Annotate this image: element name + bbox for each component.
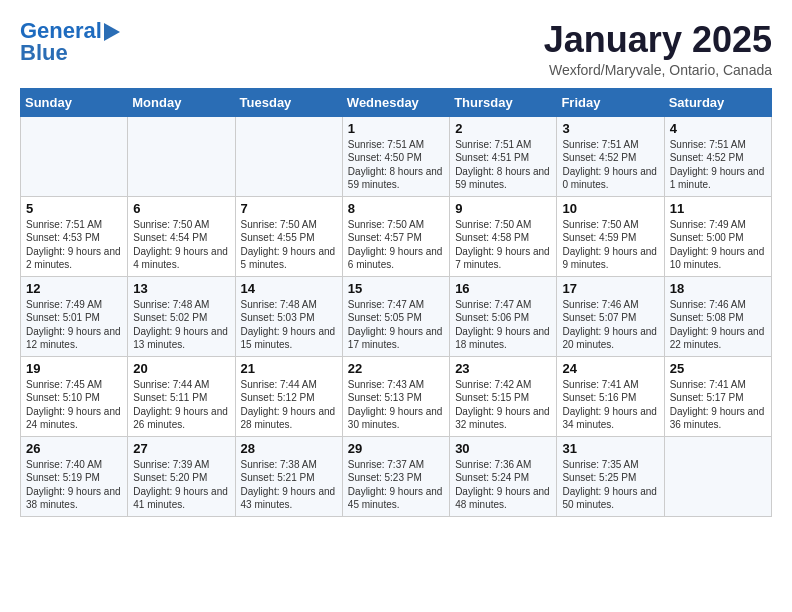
calendar-cell — [128, 116, 235, 196]
day-info: Sunrise: 7:50 AM Sunset: 4:57 PM Dayligh… — [348, 218, 444, 272]
calendar-week-row: 12Sunrise: 7:49 AM Sunset: 5:01 PM Dayli… — [21, 276, 772, 356]
day-number: 21 — [241, 361, 337, 376]
day-info: Sunrise: 7:46 AM Sunset: 5:07 PM Dayligh… — [562, 298, 658, 352]
calendar-cell: 22Sunrise: 7:43 AM Sunset: 5:13 PM Dayli… — [342, 356, 449, 436]
day-number: 26 — [26, 441, 122, 456]
day-number: 5 — [26, 201, 122, 216]
day-number: 4 — [670, 121, 766, 136]
calendar-cell: 27Sunrise: 7:39 AM Sunset: 5:20 PM Dayli… — [128, 436, 235, 516]
calendar-cell: 17Sunrise: 7:46 AM Sunset: 5:07 PM Dayli… — [557, 276, 664, 356]
month-title: January 2025 — [544, 20, 772, 60]
day-info: Sunrise: 7:51 AM Sunset: 4:50 PM Dayligh… — [348, 138, 444, 192]
day-info: Sunrise: 7:48 AM Sunset: 5:03 PM Dayligh… — [241, 298, 337, 352]
calendar-cell: 25Sunrise: 7:41 AM Sunset: 5:17 PM Dayli… — [664, 356, 771, 436]
day-number: 22 — [348, 361, 444, 376]
day-number: 10 — [562, 201, 658, 216]
calendar-cell: 3Sunrise: 7:51 AM Sunset: 4:52 PM Daylig… — [557, 116, 664, 196]
calendar-cell: 26Sunrise: 7:40 AM Sunset: 5:19 PM Dayli… — [21, 436, 128, 516]
calendar-cell: 4Sunrise: 7:51 AM Sunset: 4:52 PM Daylig… — [664, 116, 771, 196]
day-header-wednesday: Wednesday — [342, 88, 449, 116]
day-info: Sunrise: 7:50 AM Sunset: 4:55 PM Dayligh… — [241, 218, 337, 272]
calendar-cell: 2Sunrise: 7:51 AM Sunset: 4:51 PM Daylig… — [450, 116, 557, 196]
day-number: 27 — [133, 441, 229, 456]
day-info: Sunrise: 7:37 AM Sunset: 5:23 PM Dayligh… — [348, 458, 444, 512]
calendar-cell: 18Sunrise: 7:46 AM Sunset: 5:08 PM Dayli… — [664, 276, 771, 356]
day-number: 19 — [26, 361, 122, 376]
day-number: 7 — [241, 201, 337, 216]
day-number: 8 — [348, 201, 444, 216]
day-number: 6 — [133, 201, 229, 216]
logo: General Blue — [20, 20, 120, 66]
calendar-cell: 20Sunrise: 7:44 AM Sunset: 5:11 PM Dayli… — [128, 356, 235, 436]
day-number: 30 — [455, 441, 551, 456]
calendar-cell: 9Sunrise: 7:50 AM Sunset: 4:58 PM Daylig… — [450, 196, 557, 276]
day-number: 11 — [670, 201, 766, 216]
day-info: Sunrise: 7:35 AM Sunset: 5:25 PM Dayligh… — [562, 458, 658, 512]
day-info: Sunrise: 7:44 AM Sunset: 5:12 PM Dayligh… — [241, 378, 337, 432]
day-number: 17 — [562, 281, 658, 296]
day-number: 3 — [562, 121, 658, 136]
day-header-sunday: Sunday — [21, 88, 128, 116]
logo-text: General — [20, 20, 102, 42]
calendar-cell — [21, 116, 128, 196]
calendar-week-row: 26Sunrise: 7:40 AM Sunset: 5:19 PM Dayli… — [21, 436, 772, 516]
calendar-cell: 29Sunrise: 7:37 AM Sunset: 5:23 PM Dayli… — [342, 436, 449, 516]
calendar-cell: 21Sunrise: 7:44 AM Sunset: 5:12 PM Dayli… — [235, 356, 342, 436]
day-number: 24 — [562, 361, 658, 376]
day-info: Sunrise: 7:48 AM Sunset: 5:02 PM Dayligh… — [133, 298, 229, 352]
day-number: 25 — [670, 361, 766, 376]
day-info: Sunrise: 7:51 AM Sunset: 4:53 PM Dayligh… — [26, 218, 122, 272]
day-number: 9 — [455, 201, 551, 216]
day-info: Sunrise: 7:39 AM Sunset: 5:20 PM Dayligh… — [133, 458, 229, 512]
calendar-cell: 8Sunrise: 7:50 AM Sunset: 4:57 PM Daylig… — [342, 196, 449, 276]
day-number: 2 — [455, 121, 551, 136]
calendar-header-row: SundayMondayTuesdayWednesdayThursdayFrid… — [21, 88, 772, 116]
day-header-tuesday: Tuesday — [235, 88, 342, 116]
title-area: January 2025 Wexford/Maryvale, Ontario, … — [544, 20, 772, 78]
calendar-cell: 24Sunrise: 7:41 AM Sunset: 5:16 PM Dayli… — [557, 356, 664, 436]
day-info: Sunrise: 7:44 AM Sunset: 5:11 PM Dayligh… — [133, 378, 229, 432]
calendar-week-row: 19Sunrise: 7:45 AM Sunset: 5:10 PM Dayli… — [21, 356, 772, 436]
logo-arrow-icon — [104, 23, 120, 41]
day-number: 18 — [670, 281, 766, 296]
day-number: 28 — [241, 441, 337, 456]
day-info: Sunrise: 7:45 AM Sunset: 5:10 PM Dayligh… — [26, 378, 122, 432]
day-info: Sunrise: 7:43 AM Sunset: 5:13 PM Dayligh… — [348, 378, 444, 432]
calendar-cell: 31Sunrise: 7:35 AM Sunset: 5:25 PM Dayli… — [557, 436, 664, 516]
calendar-cell: 12Sunrise: 7:49 AM Sunset: 5:01 PM Dayli… — [21, 276, 128, 356]
page-header: General Blue January 2025 Wexford/Maryva… — [20, 20, 772, 78]
day-number: 31 — [562, 441, 658, 456]
day-info: Sunrise: 7:41 AM Sunset: 5:17 PM Dayligh… — [670, 378, 766, 432]
day-number: 15 — [348, 281, 444, 296]
day-info: Sunrise: 7:38 AM Sunset: 5:21 PM Dayligh… — [241, 458, 337, 512]
day-info: Sunrise: 7:47 AM Sunset: 5:06 PM Dayligh… — [455, 298, 551, 352]
calendar-cell: 13Sunrise: 7:48 AM Sunset: 5:02 PM Dayli… — [128, 276, 235, 356]
calendar-table: SundayMondayTuesdayWednesdayThursdayFrid… — [20, 88, 772, 517]
calendar-cell — [235, 116, 342, 196]
day-number: 20 — [133, 361, 229, 376]
day-number: 12 — [26, 281, 122, 296]
day-header-monday: Monday — [128, 88, 235, 116]
day-info: Sunrise: 7:49 AM Sunset: 5:00 PM Dayligh… — [670, 218, 766, 272]
day-info: Sunrise: 7:47 AM Sunset: 5:05 PM Dayligh… — [348, 298, 444, 352]
calendar-cell: 6Sunrise: 7:50 AM Sunset: 4:54 PM Daylig… — [128, 196, 235, 276]
logo-blue-text: Blue — [20, 40, 68, 66]
calendar-cell: 28Sunrise: 7:38 AM Sunset: 5:21 PM Dayli… — [235, 436, 342, 516]
day-info: Sunrise: 7:51 AM Sunset: 4:52 PM Dayligh… — [562, 138, 658, 192]
day-info: Sunrise: 7:50 AM Sunset: 4:59 PM Dayligh… — [562, 218, 658, 272]
day-header-saturday: Saturday — [664, 88, 771, 116]
calendar-cell: 19Sunrise: 7:45 AM Sunset: 5:10 PM Dayli… — [21, 356, 128, 436]
location-text: Wexford/Maryvale, Ontario, Canada — [544, 62, 772, 78]
calendar-cell — [664, 436, 771, 516]
day-info: Sunrise: 7:40 AM Sunset: 5:19 PM Dayligh… — [26, 458, 122, 512]
day-number: 16 — [455, 281, 551, 296]
calendar-cell: 30Sunrise: 7:36 AM Sunset: 5:24 PM Dayli… — [450, 436, 557, 516]
day-info: Sunrise: 7:42 AM Sunset: 5:15 PM Dayligh… — [455, 378, 551, 432]
calendar-week-row: 1Sunrise: 7:51 AM Sunset: 4:50 PM Daylig… — [21, 116, 772, 196]
day-info: Sunrise: 7:36 AM Sunset: 5:24 PM Dayligh… — [455, 458, 551, 512]
day-info: Sunrise: 7:49 AM Sunset: 5:01 PM Dayligh… — [26, 298, 122, 352]
calendar-cell: 14Sunrise: 7:48 AM Sunset: 5:03 PM Dayli… — [235, 276, 342, 356]
calendar-week-row: 5Sunrise: 7:51 AM Sunset: 4:53 PM Daylig… — [21, 196, 772, 276]
day-number: 1 — [348, 121, 444, 136]
calendar-cell: 11Sunrise: 7:49 AM Sunset: 5:00 PM Dayli… — [664, 196, 771, 276]
